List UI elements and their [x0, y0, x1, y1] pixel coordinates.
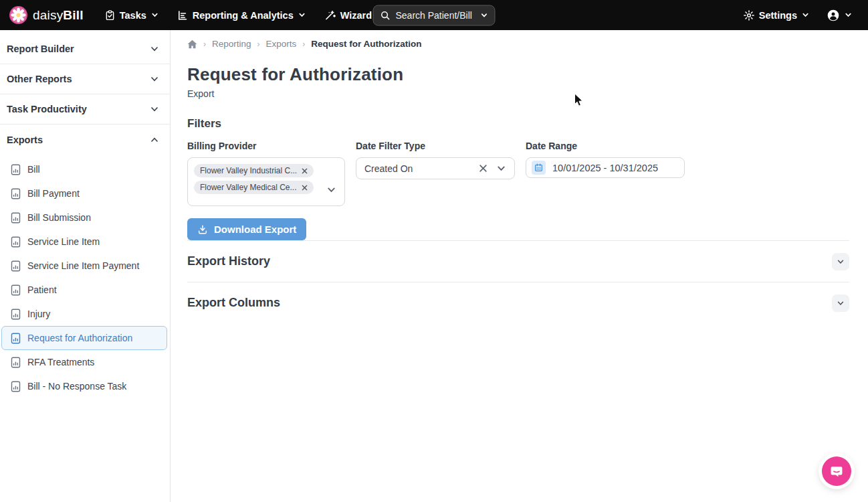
date-filter-type-label: Date Filter Type: [356, 141, 515, 151]
chevron-down-icon: [151, 11, 158, 19]
export-columns-title: Export Columns: [187, 296, 280, 310]
sidebar-item-request-for-authorization[interactable]: Request for Authorization: [1, 326, 167, 350]
reports-sidebar: Report Builder Other Reports Task Produc…: [0, 30, 171, 502]
chip-label: Flower Valley Medical Ce...: [200, 183, 297, 192]
section-label: Exports: [7, 135, 43, 145]
gear-icon: [744, 10, 754, 21]
nav-tasks-label: Tasks: [120, 10, 146, 21]
chat-bubble-icon: [829, 464, 844, 479]
date-range-label: Date Range: [526, 141, 685, 151]
top-navbar: daisyBill Tasks Rep: [0, 0, 868, 30]
breadcrumb-separator: ›: [257, 39, 260, 49]
user-circle-icon: [827, 9, 840, 22]
breadcrumb-reporting[interactable]: Reporting: [212, 39, 251, 49]
sidebar-item-label: Bill Payment: [27, 188, 80, 199]
report-document-icon: [11, 357, 21, 368]
sidebar-item-label: Bill - No Response Task: [27, 381, 126, 392]
breadcrumb-separator: ›: [203, 39, 206, 49]
filters-heading: Filters: [187, 117, 849, 131]
sidebar-item-label: Service Line Item Payment: [27, 260, 139, 271]
billing-provider-chip: Flower Valley Medical Ce...: [194, 181, 314, 194]
clipboard-icon: [105, 10, 115, 21]
home-icon[interactable]: [187, 39, 197, 49]
daisy-logo-icon: [9, 6, 27, 24]
report-document-icon: [11, 212, 21, 224]
breadcrumb: › Reporting › Exports › Request for Auth…: [187, 39, 849, 49]
exports-list: Bill Bill Payment Bill Submission Servic…: [0, 155, 170, 398]
report-document-icon: [11, 309, 21, 320]
billing-provider-label: Billing Provider: [187, 141, 345, 151]
download-export-label: Download Export: [214, 224, 296, 235]
sidebar-item-label: Service Line Item: [27, 236, 100, 247]
chevron-down-icon: [481, 11, 488, 19]
search-icon: [381, 10, 391, 20]
chevron-down-icon: [845, 11, 852, 19]
report-document-icon: [11, 164, 21, 175]
section-label: Task Productivity: [7, 104, 87, 114]
date-range-value: 10/01/2025 - 10/31/2025: [552, 163, 658, 173]
sidebar-item-label: Bill: [27, 164, 40, 175]
sidebar-item-label: Bill Submission: [27, 212, 91, 223]
report-document-icon: [11, 333, 21, 344]
section-label: Report Builder: [7, 44, 74, 54]
bar-chart-icon: [177, 10, 188, 21]
nav-tasks-menu[interactable]: Tasks: [98, 5, 165, 26]
nav-settings-label: Settings: [759, 10, 797, 21]
search-patient-bill[interactable]: Search Patient/Bill: [373, 5, 496, 25]
sidebar-item-bill-payment[interactable]: Bill Payment: [1, 181, 167, 205]
sidebar-item-service-line-item-payment[interactable]: Service Line Item Payment: [1, 254, 167, 278]
remove-chip-icon[interactable]: [302, 168, 308, 174]
sidebar-section-other-reports[interactable]: Other Reports: [0, 64, 170, 94]
search-placeholder: Search Patient/Bill: [396, 10, 475, 21]
report-document-icon: [11, 188, 21, 199]
sidebar-section-report-builder[interactable]: Report Builder: [0, 34, 170, 64]
chevron-up-icon: [150, 135, 159, 145]
billing-provider-chip: Flower Valley Industrial C...: [194, 164, 314, 177]
chevron-down-icon: [837, 299, 845, 307]
nav-wizard-label: Wizard: [340, 10, 372, 21]
nav-account-menu[interactable]: [820, 3, 859, 27]
export-history-section: Export History: [187, 240, 849, 282]
chip-label: Flower Valley Industrial C...: [200, 166, 297, 175]
sidebar-item-patient[interactable]: Patient: [1, 278, 167, 302]
date-range-input[interactable]: 10/01/2025 - 10/31/2025: [526, 157, 685, 178]
breadcrumb-exports[interactable]: Exports: [266, 39, 297, 49]
clear-icon[interactable]: [479, 164, 487, 173]
main-content: › Reporting › Exports › Request for Auth…: [171, 30, 868, 502]
billing-provider-multiselect[interactable]: Flower Valley Industrial C... Flower Val…: [187, 157, 345, 206]
chevron-down-icon[interactable]: [496, 163, 506, 173]
sidebar-item-injury[interactable]: Injury: [1, 302, 167, 326]
export-columns-toggle-button[interactable]: [832, 295, 849, 312]
date-filter-type-select[interactable]: Created On: [356, 157, 515, 179]
export-columns-section: Export Columns: [187, 282, 849, 323]
remove-chip-icon[interactable]: [302, 185, 308, 191]
sidebar-item-rfa-treatments[interactable]: RFA Treatments: [1, 350, 167, 374]
sidebar-section-task-productivity[interactable]: Task Productivity: [0, 94, 170, 124]
breadcrumb-current: Request for Authorization: [311, 39, 421, 49]
chevron-down-icon: [150, 104, 159, 114]
sidebar-item-bill-no-response-task[interactable]: Bill - No Response Task: [1, 374, 167, 398]
nav-reporting-analytics-menu[interactable]: Reporting & Analytics: [171, 5, 312, 26]
export-history-toggle-button[interactable]: [832, 253, 849, 270]
download-export-button[interactable]: Download Export: [187, 218, 306, 240]
sidebar-item-bill-submission[interactable]: Bill Submission: [1, 205, 167, 230]
report-document-icon: [11, 236, 21, 248]
brand-logo[interactable]: daisyBill: [9, 6, 84, 24]
date-filter-type-value: Created On: [364, 163, 479, 174]
chevron-down-icon: [298, 11, 306, 19]
report-document-icon: [11, 260, 21, 272]
sidebar-item-label: RFA Treatments: [27, 357, 94, 367]
chat-launcher-button[interactable]: [822, 456, 851, 486]
chevron-down-icon[interactable]: [326, 185, 336, 195]
app-screen: daisyBill Tasks Rep: [0, 0, 868, 502]
sidebar-item-service-line-item[interactable]: Service Line Item: [1, 230, 167, 254]
page-title: Request for Authorization: [187, 64, 849, 85]
nav-settings-menu[interactable]: Settings: [737, 5, 816, 26]
billing-provider-field: Billing Provider Flower Valley Industria…: [187, 141, 345, 206]
report-document-icon: [11, 284, 21, 296]
sidebar-item-bill[interactable]: Bill: [1, 157, 167, 181]
brand-name: daisyBill: [33, 8, 84, 23]
sidebar-section-exports[interactable]: Exports: [0, 124, 170, 155]
page-subtitle: Export: [187, 88, 849, 99]
magic-wand-icon: [324, 10, 336, 21]
